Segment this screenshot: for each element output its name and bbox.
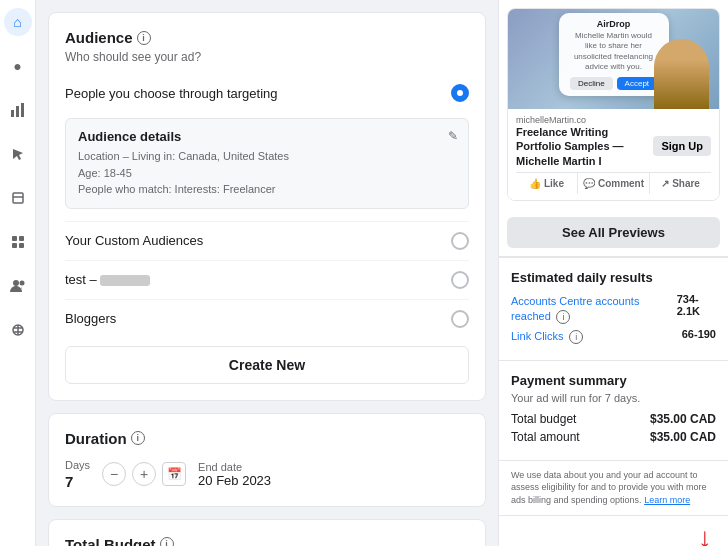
sidebar: ⌂ ● (0, 0, 36, 546)
budget-title: Total Budget i (65, 536, 469, 547)
user-icon[interactable]: ● (4, 52, 32, 80)
edit-details-icon[interactable]: ✎ (448, 129, 458, 143)
svg-rect-6 (12, 236, 17, 241)
preview-info: michelleMartin.co Freelance Writing Port… (508, 109, 719, 200)
accounts-reached-row: Accounts Centre accounts reached i 734-2… (511, 293, 716, 324)
learn-more-link[interactable]: Learn more (644, 495, 690, 505)
preview-ad-title: Freelance Writing Portfolio Samples — Mi… (516, 125, 649, 168)
estimated-results-title: Estimated daily results (511, 270, 716, 285)
airdrop-buttons: Decline Accept (569, 77, 659, 90)
end-date-label: End date (198, 461, 271, 473)
comment-icon: 💬 (583, 178, 595, 189)
like-button[interactable]: 👍 Like (516, 173, 578, 194)
end-date-value: 20 Feb 2023 (198, 473, 271, 488)
preview-container: AirDrop Michelle Martin would like to sh… (499, 8, 728, 257)
accounts-reached-label: Accounts Centre accounts reached i (511, 293, 677, 324)
like-label: Like (544, 178, 564, 189)
comment-button[interactable]: 💬 Comment (578, 173, 650, 194)
home-icon[interactable]: ⌂ (4, 8, 32, 36)
days-box: Days 7 (65, 459, 90, 490)
increase-days-button[interactable]: + (132, 462, 156, 486)
payment-summary-subtitle: Your ad will run for 7 days. (511, 392, 716, 404)
accounts-reached-link[interactable]: Accounts Centre accounts reached (511, 295, 639, 322)
audience-info-icon[interactable]: i (137, 31, 151, 45)
person-silhouette (654, 39, 709, 109)
custom-audiences-label: Your Custom Audiences (65, 233, 203, 248)
estimated-results-section: Estimated daily results Accounts Centre … (499, 257, 728, 360)
right-panel: AirDrop Michelle Martin would like to sh… (498, 0, 728, 546)
share-label: Share (672, 178, 700, 189)
audience-subtitle: Who should see your ad? (65, 50, 469, 64)
people-icon[interactable] (4, 272, 32, 300)
svg-point-10 (13, 280, 19, 286)
audience-card: Audience i Who should see your ad? Peopl… (48, 12, 486, 401)
signup-button[interactable]: Sign Up (653, 136, 711, 156)
audience-item-bloggers-label: Bloggers (65, 311, 116, 326)
svg-marker-3 (13, 149, 23, 160)
audience-item-bloggers-radio[interactable] (451, 310, 469, 328)
detail-line-3: People who match: Interests: Freelancer (78, 181, 456, 198)
audience-details-title: Audience details (78, 129, 456, 144)
targeting-label: People you choose through targeting (65, 86, 278, 101)
total-amount-value: $35.00 CAD (650, 430, 716, 444)
layers-icon[interactable] (4, 184, 32, 212)
total-budget-value: $35.00 CAD (650, 412, 716, 426)
payment-summary-section: Payment summary Your ad will run for 7 d… (499, 360, 728, 460)
duration-title: Duration i (65, 430, 469, 447)
down-arrow-icon: ↓ (698, 524, 712, 546)
preview-title-row: Freelance Writing Portfolio Samples — Mi… (516, 125, 711, 168)
chart-icon[interactable] (4, 96, 32, 124)
duration-info-icon[interactable]: i (131, 431, 145, 445)
link-clicks-label-wrapper: Link Clicks i (511, 328, 583, 344)
duration-card: Duration i Days 7 − + 📅 End date 20 Feb … (48, 413, 486, 507)
airdrop-popup: AirDrop Michelle Martin would like to sh… (559, 13, 669, 96)
svg-rect-9 (19, 243, 24, 248)
link-clicks-info-icon[interactable]: i (569, 330, 583, 344)
fine-print-section: We use data about you and your ad accoun… (499, 460, 728, 515)
airdrop-accept-button[interactable]: Accept (617, 77, 657, 90)
audience-title: Audience i (65, 29, 469, 46)
airdrop-decline-button[interactable]: Decline (570, 77, 613, 90)
svg-point-11 (19, 281, 24, 286)
total-amount-label: Total amount (511, 430, 580, 444)
total-budget-row: Total budget $35.00 CAD (511, 412, 716, 426)
preview-actions: 👍 Like 💬 Comment ↗ Share (516, 172, 711, 194)
svg-rect-1 (16, 106, 19, 117)
comment-label: Comment (598, 178, 644, 189)
arrow-container: ↓ (499, 515, 728, 546)
targeting-radio[interactable] (451, 84, 469, 102)
calendar-icon[interactable]: 📅 (162, 462, 186, 486)
share-button[interactable]: ↗ Share (650, 173, 711, 194)
grid-icon[interactable] (4, 228, 32, 256)
preview-domain: michelleMartin.co (516, 115, 711, 125)
decrease-days-button[interactable]: − (102, 462, 126, 486)
share-icon: ↗ (661, 178, 669, 189)
audience-item-test-radio[interactable] (451, 271, 469, 289)
like-icon: 👍 (529, 178, 541, 189)
custom-audiences-radio[interactable] (451, 232, 469, 250)
days-label: Days (65, 459, 90, 471)
accounts-info-icon[interactable]: i (556, 310, 570, 324)
svg-rect-2 (21, 103, 24, 117)
audience-item-test-label: test – blurred text (65, 272, 150, 287)
svg-rect-7 (19, 236, 24, 241)
detail-line-1: Location – Living in: Canada, United Sta… (78, 148, 456, 165)
payment-summary-title: Payment summary (511, 373, 716, 388)
create-new-button[interactable]: Create New (65, 346, 469, 384)
audience-item-bloggers[interactable]: Bloggers (65, 299, 469, 338)
ad-preview-card: AirDrop Michelle Martin would like to sh… (507, 8, 720, 201)
cursor-icon[interactable] (4, 140, 32, 168)
budget-info-icon[interactable]: i (160, 537, 174, 546)
see-all-previews-button[interactable]: See All Previews (507, 217, 720, 248)
accounts-reached-value: 734-2.1K (677, 293, 716, 317)
svg-rect-4 (13, 193, 23, 203)
audience-item-test[interactable]: test – blurred text (65, 260, 469, 299)
audience-details-text: Location – Living in: Canada, United Sta… (78, 148, 456, 198)
duration-controls-row: Days 7 − + 📅 End date 20 Feb 2023 (65, 459, 469, 490)
link-icon[interactable] (4, 316, 32, 344)
detail-line-2: Age: 18-45 (78, 165, 456, 182)
targeting-option[interactable]: People you choose through targeting (65, 76, 469, 110)
custom-audiences-header: Your Custom Audiences (65, 221, 469, 260)
link-clicks-value: 66-190 (682, 328, 716, 340)
total-amount-row: Total amount $35.00 CAD (511, 430, 716, 444)
